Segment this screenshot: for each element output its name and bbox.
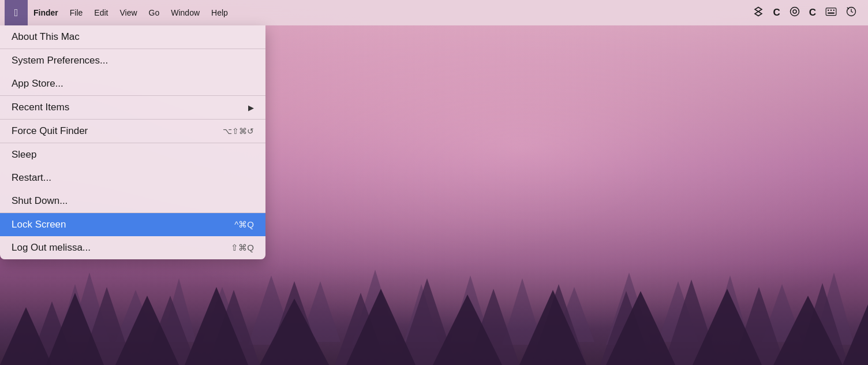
system-preferences-label: System Preferences... — [12, 55, 108, 66]
menubar-left:  Finder File Edit View Go Window Help — [5, 0, 234, 25]
recent-items-arrow-icon: ▶ — [248, 103, 254, 112]
lock-screen-label: Lock Screen — [12, 219, 66, 230]
menubar-item-help[interactable]: Help — [205, 6, 234, 20]
system-preferences-item[interactable]: System Preferences... — [0, 49, 265, 72]
menubar-item-view[interactable]: View — [114, 6, 143, 20]
sleep-label: Sleep — [12, 149, 36, 161]
restart-label: Restart... — [12, 172, 51, 184]
app-store-item[interactable]: App Store... — [0, 72, 265, 95]
restart-item[interactable]: Restart... — [0, 166, 265, 189]
apple-dropdown-menu: About This Mac System Preferences... App… — [0, 25, 265, 259]
menu-section-force-quit: Force Quit Finder ⌥⇧⌘↺ — [0, 120, 265, 143]
apple-logo-icon:  — [14, 8, 18, 18]
menu-section-about: About This Mac — [0, 25, 265, 49]
menu-section-system: System Preferences... App Store... — [0, 49, 265, 96]
menubar-item-go[interactable]: Go — [143, 6, 166, 20]
menubar-item-edit[interactable]: Edit — [88, 6, 114, 20]
menubar-item-window[interactable]: Window — [165, 6, 205, 20]
keystroke-icon[interactable] — [823, 6, 839, 20]
menubar:  Finder File Edit View Go Window Help C… — [0, 0, 868, 25]
shut-down-item[interactable]: Shut Down... — [0, 189, 265, 213]
menu-section-session: Lock Screen ^⌘Q Log Out melissa... ⇧⌘Q — [0, 213, 265, 259]
about-this-mac-item[interactable]: About This Mac — [0, 25, 265, 49]
dropbox-icon[interactable] — [751, 5, 766, 21]
recent-items-label: Recent Items — [12, 102, 69, 113]
svg-point-42 — [790, 8, 799, 16]
svg-rect-44 — [826, 8, 836, 15]
clockify-icon[interactable]: C — [807, 6, 818, 20]
log-out-item[interactable]: Log Out melissa... ⇧⌘Q — [0, 236, 265, 259]
cardhop-icon[interactable]: C — [770, 6, 782, 20]
recent-items-item[interactable]: Recent Items ▶ — [0, 96, 265, 119]
log-out-label: Log Out melissa... — [12, 242, 91, 254]
force-quit-label: Force Quit Finder — [12, 125, 88, 137]
onepassword-icon[interactable] — [787, 5, 802, 20]
lock-screen-item[interactable]: Lock Screen ^⌘Q — [0, 213, 265, 236]
menu-section-recent: Recent Items ▶ — [0, 96, 265, 120]
lock-screen-shortcut: ^⌘Q — [234, 219, 254, 230]
menubar-right: C C — [751, 5, 863, 21]
svg-point-43 — [793, 10, 796, 13]
force-quit-item[interactable]: Force Quit Finder ⌥⇧⌘↺ — [0, 120, 265, 143]
menubar-item-finder[interactable]: Finder — [28, 6, 64, 20]
about-this-mac-label: About This Mac — [12, 31, 80, 43]
apple-menu-button[interactable]:  — [5, 0, 28, 25]
menu-section-power: Sleep Restart... Shut Down... — [0, 143, 265, 213]
app-store-label: App Store... — [12, 78, 63, 90]
shut-down-label: Shut Down... — [12, 195, 68, 207]
force-quit-shortcut: ⌥⇧⌘↺ — [223, 126, 254, 136]
timemachine-icon[interactable] — [844, 5, 859, 20]
log-out-shortcut: ⇧⌘Q — [231, 243, 254, 253]
sleep-item[interactable]: Sleep — [0, 143, 265, 166]
menubar-item-file[interactable]: File — [64, 6, 89, 20]
